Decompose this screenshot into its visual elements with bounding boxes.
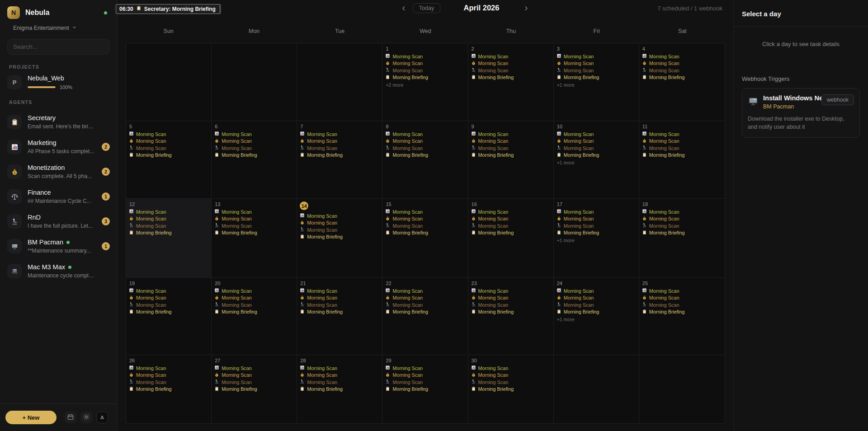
calendar-event[interactable]: $Morning Scan <box>557 295 636 301</box>
calendar-event[interactable]: $Morning Scan <box>214 372 294 378</box>
calendar-event[interactable]: Morning Scan <box>129 145 208 151</box>
calendar-event[interactable]: Morning Briefing <box>214 230 294 236</box>
calendar-event[interactable]: Morning Briefing <box>642 309 722 315</box>
calendar-day-cell-29[interactable]: 29Morning Scan$Morning ScanMorning ScanM… <box>382 355 468 423</box>
calendar-event[interactable]: Morning Briefing <box>642 152 722 158</box>
webhook-card[interactable]: Install Windows Nebul...BM Pacmanwebhook… <box>742 88 860 138</box>
calendar-event[interactable]: Morning Briefing <box>385 386 465 392</box>
calendar-event[interactable]: $Morning Scan <box>557 138 636 144</box>
calendar-day-cell-4[interactable]: 4Morning Scan$Morning ScanMorning ScanMo… <box>639 43 725 121</box>
calendar-event[interactable]: Morning Briefing <box>471 230 551 236</box>
calendar-day-cell-2[interactable]: 2Morning Scan$Morning ScanMorning ScanMo… <box>468 43 554 121</box>
calendar-event[interactable]: Morning Scan <box>471 223 551 229</box>
calendar-day-cell-12[interactable]: 12Morning Scan$Morning ScanMorning ScanM… <box>126 199 212 278</box>
calendar-day-cell-23[interactable]: 23Morning Scan$Morning ScanMorning ScanM… <box>468 278 554 355</box>
calendar-event[interactable]: $Morning Scan <box>642 216 722 222</box>
calendar-event[interactable]: Morning Briefing <box>385 152 465 158</box>
calendar-event[interactable]: $Morning Scan <box>557 61 636 66</box>
calendar-event[interactable]: Morning Scan <box>300 145 379 151</box>
org-selector[interactable]: Enigma Entertainment <box>13 25 110 31</box>
calendar-event[interactable]: $Morning Scan <box>214 295 294 301</box>
calendar-event[interactable]: $Morning Scan <box>214 216 294 222</box>
calendar-event[interactable]: Morning Scan <box>557 131 636 137</box>
calendar-day-cell-20[interactable]: 20Morning Scan$Morning ScanMorning ScanM… <box>212 278 297 355</box>
agent-item-mac-m3-max[interactable]: Mac M3 MaxMaintenance cycle complete: *.… <box>7 263 110 279</box>
agent-item-secretary[interactable]: SecretaryEmail sent. Here's the briefing… <box>7 114 110 130</box>
calendar-event[interactable]: Morning Briefing <box>557 75 636 80</box>
calendar-event[interactable]: Morning Scan <box>471 209 551 215</box>
calendar-day-cell-7[interactable]: 7Morning Scan$Morning ScanMorning ScanMo… <box>297 121 382 199</box>
calendar-event[interactable]: Morning Scan <box>129 209 208 215</box>
calendar-event[interactable]: Morning Briefing <box>300 386 379 392</box>
calendar-event[interactable]: Morning Scan <box>385 288 465 294</box>
calendar-event[interactable]: Morning Scan <box>557 302 636 308</box>
calendar-event[interactable]: $Morning Scan <box>471 216 551 222</box>
calendar-event[interactable]: $Morning Scan <box>471 372 551 378</box>
calendar-day-cell-8[interactable]: 8Morning Scan$Morning ScanMorning ScanMo… <box>382 121 468 199</box>
calendar-day-cell-26[interactable]: 26Morning Scan$Morning ScanMorning ScanM… <box>126 355 212 423</box>
calendar-day-cell-11[interactable]: 11Morning Scan$Morning ScanMorning ScanM… <box>639 121 725 199</box>
calendar-event[interactable]: Morning Briefing <box>300 309 379 315</box>
calendar-day-cell-28[interactable]: 28Morning Scan$Morning ScanMorning ScanM… <box>297 355 382 423</box>
calendar-event[interactable]: $Morning Scan <box>471 138 551 144</box>
calendar-event[interactable]: Morning Scan <box>471 379 551 385</box>
calendar-event[interactable]: Morning Scan <box>385 365 465 371</box>
calendar-event[interactable]: Morning Briefing <box>471 309 551 315</box>
agent-item-marketing[interactable]: MarketingAll Phase 5 tasks complet...2 <box>7 139 110 155</box>
calendar-event[interactable]: Morning Scan <box>129 223 208 229</box>
calendar-event[interactable]: Morning Briefing <box>385 230 465 236</box>
calendar-event[interactable]: Morning Scan <box>129 131 208 137</box>
agent-item-rnd[interactable]: RnDI have the full picture. Let...3 <box>7 214 110 229</box>
calendar-event[interactable]: Morning Briefing <box>471 75 551 80</box>
calendar-event[interactable]: Morning Scan <box>557 288 636 294</box>
calendar-day-cell-17[interactable]: 17Morning Scan$Morning ScanMorning ScanM… <box>554 199 639 278</box>
calendar-event[interactable]: Morning Scan <box>300 288 379 294</box>
calendar-event[interactable]: Morning Scan <box>471 365 551 371</box>
calendar-event[interactable]: Morning Scan <box>300 365 379 371</box>
calendar-event[interactable]: Morning Briefing <box>557 309 636 315</box>
calendar-day-cell-18[interactable]: 18Morning Scan$Morning ScanMorning ScanM… <box>639 199 725 278</box>
calendar-event[interactable]: Morning Scan <box>642 145 722 151</box>
calendar-event[interactable]: Morning Scan <box>385 379 465 385</box>
calendar-event[interactable]: Morning Scan <box>471 288 551 294</box>
calendar-event[interactable]: Morning Briefing <box>557 230 636 236</box>
calendar-event[interactable]: Morning Scan <box>385 53 465 59</box>
calendar-event[interactable]: $Morning Scan <box>385 138 465 144</box>
calendar-event[interactable]: Morning Scan <box>557 67 636 73</box>
calendar-event[interactable]: Morning Briefing <box>300 234 379 240</box>
calendar-event[interactable]: Morning Scan <box>214 302 294 308</box>
agent-item-bm-pacman[interactable]: BM Pacman**Maintenance summary...1 <box>7 239 110 254</box>
calendar-event[interactable]: $Morning Scan <box>129 216 208 222</box>
calendar-event[interactable]: Morning Briefing <box>129 309 208 315</box>
calendar-day-cell-5[interactable]: 5Morning Scan$Morning ScanMorning ScanMo… <box>126 121 212 199</box>
calendar-event[interactable]: Morning Scan <box>642 209 722 215</box>
calendar-day-cell-1[interactable]: 1Morning Scan$Morning ScanMorning ScanMo… <box>382 43 468 121</box>
calendar-event[interactable]: Morning Scan <box>642 288 722 294</box>
calendar-event[interactable]: Morning Briefing <box>129 152 208 158</box>
calendar-event[interactable]: Morning Scan <box>300 302 379 308</box>
calendar-event[interactable]: Morning Scan <box>471 53 551 59</box>
calendar-day-cell-30[interactable]: 30Morning Scan$Morning ScanMorning ScanM… <box>468 355 554 423</box>
calendar-event[interactable]: Morning Scan <box>385 302 465 308</box>
calendar-day-cell-21[interactable]: 21Morning Scan$Morning ScanMorning ScanM… <box>297 278 382 355</box>
calendar-event[interactable]: Morning Scan <box>471 302 551 308</box>
calendar-event[interactable]: Morning Briefing <box>214 152 294 158</box>
calendar-event[interactable]: $Morning Scan <box>471 61 551 66</box>
more-events-label[interactable]: +1 more <box>557 160 636 165</box>
more-events-label[interactable]: +1 more <box>557 317 636 322</box>
calendar-event[interactable]: Morning Briefing <box>471 386 551 392</box>
calendar-event[interactable]: Morning Scan <box>642 302 722 308</box>
calendar-day-cell-6[interactable]: 6Morning Scan$Morning ScanMorning ScanMo… <box>212 121 297 199</box>
project-item-nebula-web[interactable]: P Nebula_Web 100% <box>7 75 110 90</box>
calendar-event[interactable]: Morning Scan <box>129 379 208 385</box>
calendar-event[interactable]: $Morning Scan <box>214 138 294 144</box>
calendar-event[interactable]: Morning Scan <box>642 53 722 59</box>
calendar-event[interactable]: Morning Scan <box>300 213 379 219</box>
calendar-event[interactable]: Morning Briefing <box>129 386 208 392</box>
calendar-event[interactable]: Morning Briefing <box>129 230 208 236</box>
calendar-day-cell-25[interactable]: 25Morning Scan$Morning ScanMorning ScanM… <box>639 278 725 355</box>
calendar-event[interactable]: Morning Scan <box>642 223 722 229</box>
calendar-event[interactable]: $Morning Scan <box>129 372 208 378</box>
calendar-event[interactable]: Morning Briefing <box>214 309 294 315</box>
calendar-event[interactable]: Morning Scan <box>385 145 465 151</box>
